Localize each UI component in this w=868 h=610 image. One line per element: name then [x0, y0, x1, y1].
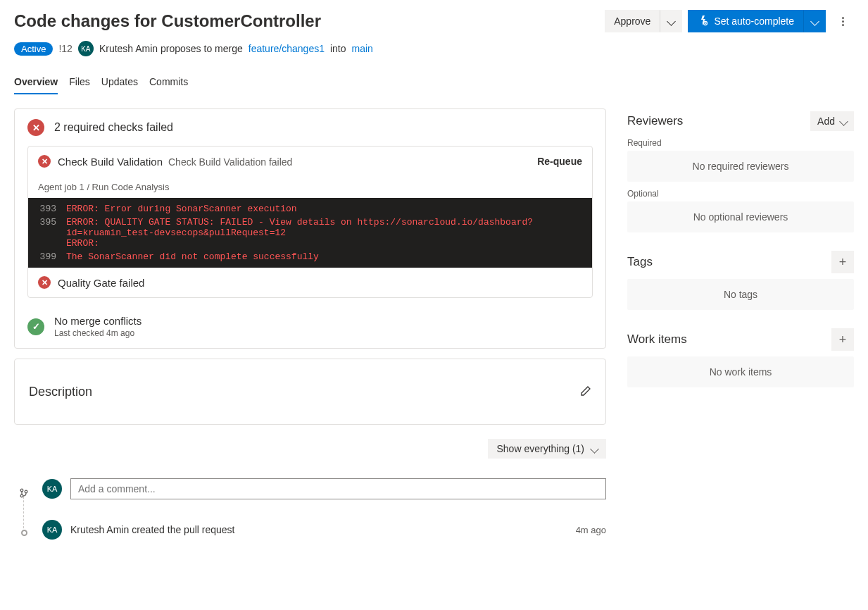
- workitems-title: Work items: [627, 332, 687, 347]
- console-line: 395 ERROR: QUALITY GATE STATUS: FAILED -…: [28, 216, 592, 250]
- proposer-text: Krutesh Amin proposes to merge: [99, 43, 243, 54]
- checks-card: 2 required checks failed Check Build Val…: [14, 108, 606, 349]
- workitems-empty: No work items: [627, 356, 854, 387]
- line-message: The SonarScanner did not complete succes…: [66, 251, 582, 262]
- more-vertical-icon: [842, 17, 844, 26]
- svg-point-1: [20, 489, 23, 492]
- merge-status-subtitle: Last checked 4m ago: [54, 328, 141, 338]
- tab-bar: Overview Files Updates Commits: [14, 72, 854, 94]
- ok-icon: [27, 318, 44, 335]
- status-badge: Active: [14, 42, 53, 56]
- page-title: Code changes for CustomerController: [14, 11, 321, 31]
- line-number: 399: [38, 251, 66, 262]
- add-reviewer-button[interactable]: Add: [810, 111, 854, 131]
- autocomplete-split-button: Set auto-complete: [688, 10, 826, 32]
- add-tag-button[interactable]: +: [831, 251, 854, 273]
- job-breadcrumb: Agent job 1 / Run Code Analysis: [28, 176, 592, 198]
- plus-icon: +: [839, 332, 847, 347]
- line-message: ERROR: QUALITY GATE STATUS: FAILED - Vie…: [66, 217, 582, 249]
- chevron-down-icon: [668, 15, 674, 27]
- check-name: Check Build Validation: [58, 156, 163, 168]
- console-output: 393 ERROR: Error during SonarScanner exe…: [28, 198, 592, 268]
- approve-button[interactable]: Approve: [605, 10, 660, 32]
- pr-meta-row: Active !12 KA Krutesh Amin proposes to m…: [14, 41, 854, 56]
- header-actions: Approve Set auto-complete: [605, 10, 854, 32]
- proposer-avatar: KA: [78, 41, 94, 56]
- reviewers-section: Reviewers Add Required No required revie…: [627, 111, 854, 232]
- tab-files[interactable]: Files: [69, 72, 90, 94]
- activity-timeline: KA KA Krutesh Amin created the pull requ…: [18, 478, 606, 540]
- quality-gate-text: Quality Gate failed: [58, 277, 144, 289]
- more-actions-button[interactable]: [831, 10, 854, 32]
- event-time: 4m ago: [576, 525, 606, 535]
- into-text: into: [330, 43, 346, 54]
- autocomplete-label: Set auto-complete: [714, 15, 794, 27]
- check-status-text: Check Build Validation failed: [168, 156, 292, 168]
- optional-reviewers-empty: No optional reviewers: [627, 201, 854, 232]
- filter-label: Show everything (1): [496, 443, 584, 454]
- approve-dropdown[interactable]: [660, 10, 682, 32]
- description-card: Description: [14, 359, 606, 425]
- current-user-avatar: KA: [42, 479, 62, 499]
- chevron-down-icon: [812, 15, 818, 27]
- tags-empty: No tags: [627, 279, 854, 310]
- checks-summary: 2 required checks failed: [54, 121, 173, 134]
- comment-input[interactable]: [70, 478, 606, 499]
- fail-icon: [27, 119, 44, 136]
- chevron-down-icon: [591, 443, 598, 454]
- tab-overview[interactable]: Overview: [14, 72, 58, 94]
- reviewers-title: Reviewers: [627, 114, 683, 128]
- set-autocomplete-button[interactable]: Set auto-complete: [688, 10, 803, 32]
- source-branch-link[interactable]: feature/changes1: [249, 43, 325, 54]
- line-number: 395: [38, 217, 66, 249]
- tags-section: Tags + No tags: [627, 251, 854, 310]
- required-label: Required: [627, 138, 854, 148]
- edit-description-button[interactable]: [580, 385, 591, 399]
- description-title: Description: [29, 385, 92, 399]
- event-avatar: KA: [42, 520, 62, 540]
- pencil-icon: [580, 385, 591, 397]
- comment-composer: KA: [42, 478, 606, 499]
- tags-title: Tags: [627, 255, 653, 269]
- build-check-block: Check Build Validation Check Build Valid…: [27, 146, 593, 298]
- target-branch-link[interactable]: main: [352, 43, 373, 54]
- fail-icon: [38, 155, 51, 168]
- line-number: 393: [38, 204, 66, 214]
- activity-filter-button[interactable]: Show everything (1): [488, 439, 606, 459]
- timeline-branch-icon: [19, 488, 29, 500]
- approve-split-button: Approve: [605, 10, 682, 32]
- chevron-down-icon: [841, 116, 847, 127]
- console-line: 399 The SonarScanner did not complete su…: [28, 250, 592, 263]
- merge-status-title: No merge conflicts: [54, 315, 141, 327]
- add-label: Add: [817, 116, 835, 127]
- plus-icon: +: [839, 255, 847, 270]
- workitems-section: Work items + No work items: [627, 328, 854, 387]
- required-reviewers-empty: No required reviewers: [627, 151, 854, 182]
- svg-point-3: [25, 490, 27, 493]
- timeline-dot-icon: [21, 530, 27, 536]
- pr-id: !12: [58, 43, 72, 54]
- event-text: Krutesh Amin created the pull request: [70, 524, 567, 535]
- add-workitem-button[interactable]: +: [831, 328, 854, 351]
- fail-icon: [38, 276, 51, 289]
- autocomplete-icon: [697, 15, 708, 28]
- tab-updates[interactable]: Updates: [101, 72, 138, 94]
- requeue-button[interactable]: Re-queue: [537, 156, 582, 167]
- tab-commits[interactable]: Commits: [149, 72, 188, 94]
- console-line: 393 ERROR: Error during SonarScanner exe…: [28, 202, 592, 216]
- optional-label: Optional: [627, 189, 854, 199]
- line-message: ERROR: Error during SonarScanner executi…: [66, 204, 582, 214]
- autocomplete-dropdown[interactable]: [803, 10, 826, 32]
